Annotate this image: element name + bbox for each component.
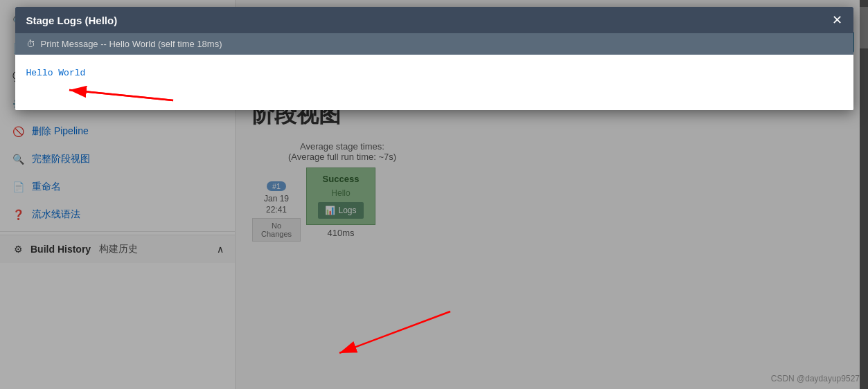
modal-title: Stage Logs (Hello)	[26, 15, 118, 26]
modal-header: Stage Logs (Hello) ✕	[15, 7, 853, 33]
modal-body: Hello World	[15, 55, 853, 110]
modal-overlay: Stage Logs (Hello) ✕ ⏱ Print Message -- …	[0, 0, 868, 389]
modal-close-button[interactable]: ✕	[832, 14, 842, 26]
modal-subheader: ⏱ Print Message -- Hello World (self tim…	[15, 33, 853, 55]
clock-small-icon: ⏱	[26, 39, 35, 49]
stage-logs-modal: Stage Logs (Hello) ✕ ⏱ Print Message -- …	[15, 7, 853, 110]
log-content: Hello World	[26, 68, 86, 78]
modal-subheader-text: Print Message -- Hello World (self time …	[41, 39, 222, 49]
